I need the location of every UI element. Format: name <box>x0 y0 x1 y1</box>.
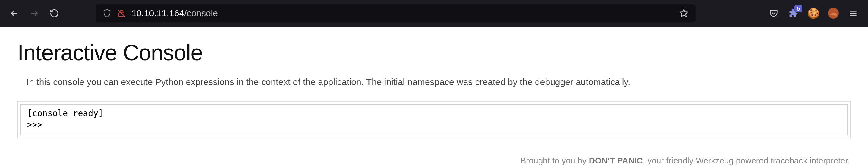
console-ready-line: [console ready] <box>27 108 841 119</box>
forward-button[interactable] <box>29 8 40 19</box>
console-prompt: >>> <box>27 119 841 131</box>
footer-prefix: Brought to you by <box>521 156 589 165</box>
profile-avatar-icon[interactable] <box>828 7 839 19</box>
pocket-icon[interactable] <box>768 7 779 19</box>
extensions-icon[interactable]: 5 <box>788 7 799 19</box>
toolbar-right: 5 🍪 <box>768 7 859 19</box>
extensions-badge: 5 <box>795 5 802 12</box>
back-button[interactable] <box>9 8 20 19</box>
address-bar[interactable]: 10.10.11.164/console <box>96 4 695 22</box>
footer: Brought to you by DON'T PANIC, your frie… <box>18 156 850 166</box>
page-content: Interactive Console In this console you … <box>0 27 868 168</box>
lock-insecure-icon <box>117 9 126 18</box>
url-host: 10.10.11.164 <box>131 8 184 18</box>
reload-button[interactable] <box>49 8 60 19</box>
browser-toolbar: 10.10.11.164/console 5 🍪 <box>0 0 868 27</box>
page-title: Interactive Console <box>18 40 850 65</box>
intro-text: In this console you can execute Python e… <box>27 77 850 87</box>
footer-suffix: , your friendly Werkzeug powered traceba… <box>643 156 850 165</box>
url-text: 10.10.11.164/console <box>131 8 673 19</box>
bookmark-star-icon[interactable] <box>679 8 689 19</box>
nav-button-group <box>9 8 60 19</box>
console[interactable]: [console ready] >>> <box>21 104 847 135</box>
cookie-extension-icon[interactable]: 🍪 <box>808 7 819 19</box>
url-path: /console <box>184 8 218 18</box>
hamburger-menu-icon[interactable] <box>847 7 859 19</box>
shield-icon <box>102 9 112 18</box>
footer-brand: DON'T PANIC <box>589 156 643 165</box>
console-container: [console ready] >>> <box>18 101 850 138</box>
